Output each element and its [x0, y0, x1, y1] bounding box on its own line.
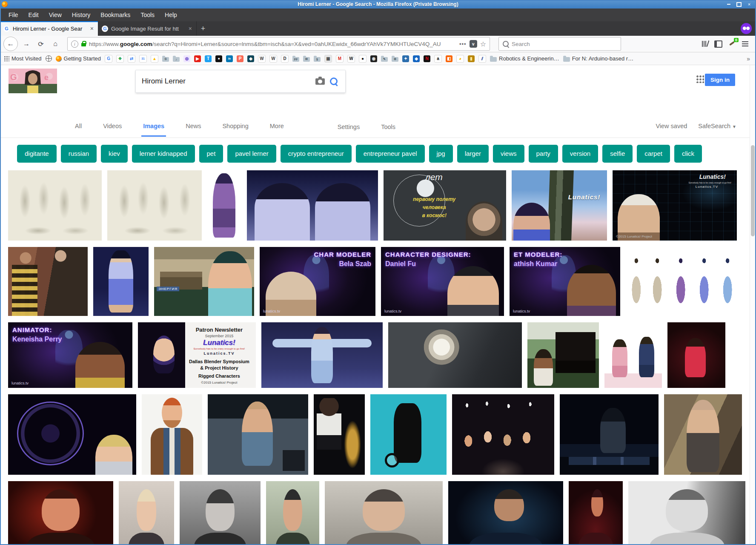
menu-hamburger-icon[interactable] [742, 41, 748, 42]
set-modeler-card[interactable]: ET MODELER:athish Kumarlunatics.tv [510, 247, 620, 316]
rocket-launch-poster[interactable]: Lunatics! [512, 170, 607, 241]
bookmark-favicon[interactable]: ▶ [194, 55, 201, 62]
bookmark-star-icon[interactable]: ☆ [480, 40, 486, 48]
bookmark-folder-icon[interactable]: ♪ [173, 57, 180, 62]
globe-bookmark-icon[interactable] [46, 55, 52, 62]
party-group-photo[interactable] [452, 394, 554, 475]
chip-carpet[interactable]: carpet [637, 145, 670, 163]
purple-anime-girl[interactable] [207, 170, 241, 241]
page-info-icon[interactable]: i [71, 40, 78, 48]
detective-silhouette[interactable] [370, 394, 447, 475]
blueprint-old-man[interactable]: Lunatics!Somebody has to be crazy enough… [613, 170, 737, 241]
menu-help[interactable]: Help [160, 10, 181, 20]
tab-videos[interactable]: Videos [101, 115, 123, 137]
close-button[interactable]: × [746, 2, 753, 7]
maximize-button[interactable] [736, 2, 742, 7]
bookmark-favicon[interactable]: ✦ [402, 55, 409, 62]
tools-menu[interactable]: Tools [379, 116, 397, 136]
cosmonaut-anniversary-poster[interactable]: летпервому полету человека в космос! [384, 170, 506, 241]
scrollbar-track[interactable] [750, 65, 756, 545]
menu-tools[interactable]: Tools [136, 10, 159, 20]
tab-images[interactable]: Images [141, 115, 166, 137]
bookmark-favicon[interactable]: W [347, 55, 355, 63]
back-button[interactable]: ← [3, 37, 18, 51]
bookmark-favicon[interactable]: G [105, 55, 112, 63]
menu-bookmarks[interactable]: Bookmarks [96, 10, 135, 20]
photo-two-people-brick-wall[interactable] [8, 247, 88, 316]
menu-history[interactable]: History [68, 10, 95, 20]
character-designer-card[interactable]: CHARACTER DESIGNER:Daniel Fulunatics.tv [381, 247, 504, 316]
chip-digitante[interactable]: digitante [17, 145, 57, 163]
chip-crypto-entrepreneur[interactable]: crypto entrepreneur [281, 145, 352, 163]
page-actions-icon[interactable]: ••• [459, 41, 467, 47]
bw-glamour-portrait[interactable] [628, 481, 745, 545]
settings-menu[interactable]: Settings [336, 116, 361, 136]
bookmark-favicon[interactable]: ▲ [151, 55, 158, 63]
chip-entrepreneur-pavel[interactable]: entrepreneur pavel [356, 145, 425, 163]
bw-curly-hair-portrait[interactable] [180, 481, 261, 545]
chip-click[interactable]: click [674, 145, 702, 163]
chip-jpg[interactable]: jpg [429, 145, 453, 163]
bookmark-folder-icon[interactable]: $ [314, 57, 321, 62]
video-call-man[interactable] [208, 394, 308, 475]
bookmark-favicon[interactable]: ▦ [324, 55, 332, 63]
bookmark-most-visited[interactable]: Most Visited [4, 55, 42, 62]
chip-larger[interactable]: larger [457, 145, 489, 163]
outdoor-piano-photo[interactable] [527, 322, 599, 388]
bookmark-favicon[interactable]: ◍ [183, 55, 190, 62]
bookmark-folder-robotics[interactable]: Robotics & Engineerin… [490, 55, 559, 62]
bookmark-favicon[interactable]: ◈ [413, 55, 420, 62]
animator-card[interactable]: ANIMATOR:Keneisha Perrylunatics.tv [8, 322, 132, 388]
new-tab-button[interactable]: + [197, 21, 209, 36]
tab-close-icon[interactable]: × [89, 25, 94, 32]
chip-selfie[interactable]: selfie [602, 145, 633, 163]
bookmark-favicon[interactable]: ◉ [370, 55, 377, 62]
bookmark-favicon[interactable]: W [269, 55, 277, 63]
tab-all[interactable]: All [73, 115, 83, 137]
tab-close-icon[interactable]: × [188, 25, 193, 32]
tab-news[interactable]: News [184, 115, 203, 137]
bookmark-folder-icon[interactable]: ✎ [381, 57, 388, 62]
flat-illustration-two-women[interactable] [604, 322, 662, 388]
bookmark-favicon[interactable]: ▮ [468, 55, 475, 62]
char-modeler-card[interactable]: CHAR MODELERBela Szablunatics.tv [260, 247, 375, 316]
menu-file[interactable]: File [4, 10, 23, 20]
bookmark-favicon[interactable]: M [336, 55, 344, 63]
spacesuit-helmet-photo[interactable] [388, 322, 522, 388]
home-button[interactable]: ⌂ [49, 38, 61, 50]
3d-model-blue-skirt[interactable] [93, 247, 149, 316]
bookmark-favicon[interactable]: ■ [215, 55, 222, 62]
character-sketch-sheet-1[interactable] [8, 170, 102, 241]
blonde-woman-portrait[interactable] [119, 481, 174, 545]
character-sketch-sheet-2[interactable] [107, 170, 202, 241]
chip-party[interactable]: party [529, 145, 558, 163]
notes-addon-icon[interactable]: 0 [728, 40, 736, 48]
chip-lerner-kidnapped[interactable]: lerner kidnapped [132, 145, 195, 163]
menu-edit[interactable]: Edit [24, 10, 43, 20]
concert-singer-red[interactable] [8, 481, 113, 545]
man-glasses-portrait[interactable] [266, 481, 319, 545]
google-search-icon[interactable] [330, 77, 338, 85]
bookmark-favicon[interactable]: N [424, 55, 430, 62]
bookmark-favicon[interactable]: ❖ [116, 55, 124, 63]
3d-head-turnaround[interactable] [247, 170, 378, 241]
bookmark-favicon[interactable]: ● [359, 55, 367, 63]
browser-tab-1[interactable]: G Hiromi Lerner - Google Sear × [0, 21, 98, 36]
bookmark-getting-started[interactable]: Getting Started [56, 55, 101, 62]
bookmark-favicon[interactable]: P [237, 55, 243, 62]
chip-kiev[interactable]: kiev [101, 145, 128, 163]
chip-russian[interactable]: russian [61, 145, 97, 163]
reload-button[interactable]: ⟳ [35, 38, 47, 50]
url-text[interactable]: https://www.google.com/search?q=Hiromi+L… [89, 41, 456, 47]
red-stage-scene[interactable] [569, 481, 623, 545]
bookmark-folder-icon[interactable]: FF [292, 57, 299, 62]
guitarist-blue-stage[interactable] [448, 481, 563, 545]
safesearch-menu[interactable]: SafeSearch ▼ [698, 123, 736, 129]
bookmark-favicon[interactable]: a [434, 55, 442, 63]
bookmark-folder-icon[interactable]: ① [162, 57, 169, 62]
bookmark-favicon[interactable]: in [226, 55, 233, 62]
space-station-diagram[interactable] [8, 394, 136, 475]
google-apps-grid-icon[interactable] [696, 75, 704, 83]
google-doodle-logo[interactable]: G e [9, 69, 57, 93]
sign-in-button[interactable]: Sign in [705, 74, 735, 86]
